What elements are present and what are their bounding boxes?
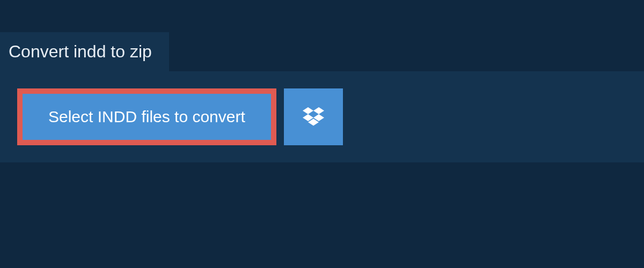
svg-marker-0 bbox=[303, 107, 313, 114]
select-files-label: Select INDD files to convert bbox=[48, 108, 245, 126]
converter-panel: Select INDD files to convert bbox=[0, 71, 644, 162]
tab-header: Convert indd to zip bbox=[0, 32, 169, 71]
select-files-button[interactable]: Select INDD files to convert bbox=[17, 88, 276, 145]
dropbox-button[interactable] bbox=[284, 88, 343, 145]
svg-marker-1 bbox=[313, 107, 324, 114]
button-row: Select INDD files to convert bbox=[17, 88, 627, 145]
dropbox-icon bbox=[303, 107, 324, 126]
page-title: Convert indd to zip bbox=[9, 42, 152, 62]
